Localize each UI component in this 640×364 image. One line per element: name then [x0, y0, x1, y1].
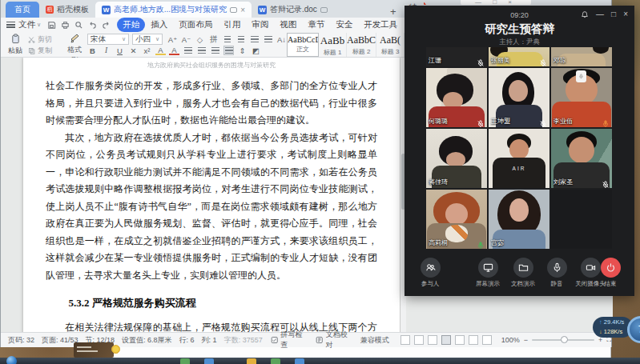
- align-left-icon[interactable]: [183, 46, 193, 55]
- menu-home[interactable]: 开始: [117, 18, 145, 32]
- taskbar-app-icon[interactable]: [180, 358, 190, 364]
- video-tile[interactable]: AIR: [489, 129, 549, 188]
- spell-check-button[interactable]: 拼写检查: [271, 330, 308, 350]
- font-color-icon[interactable]: A: [169, 46, 179, 55]
- clear-format-icon[interactable]: ◇: [195, 34, 205, 44]
- menu-dev-tools[interactable]: 开发工具: [358, 18, 403, 32]
- tab-docer-templates[interactable]: 稻 稻壳模板: [39, 2, 95, 18]
- section-heading[interactable]: 5.3.2 严格规范服务购买流程: [69, 294, 377, 312]
- pinyin-guide-icon[interactable]: 拼: [208, 34, 219, 44]
- video-tile[interactable]: 李业佰: [551, 68, 612, 127]
- decrease-indent-icon[interactable]: [249, 34, 260, 44]
- comment-bubble-icon[interactable]: [230, 7, 237, 13]
- copy-button[interactable]: 复制: [28, 45, 52, 56]
- taskbar-app-icon[interactable]: [271, 358, 280, 364]
- eye-protect-icon[interactable]: [482, 335, 492, 345]
- close-button[interactable]: ×: [623, 10, 628, 18]
- file-menu[interactable]: 文件: [18, 19, 35, 30]
- zoom-level[interactable]: 100%: [501, 336, 520, 344]
- compat-mode-button[interactable]: 兼容模式: [360, 335, 389, 346]
- video-tile[interactable]: 张丽美: [489, 47, 549, 66]
- new-tab-button[interactable]: +: [390, 6, 396, 18]
- video-tile[interactable]: 邓琼: [551, 47, 612, 66]
- screen-share-button[interactable]: 屏幕演示: [470, 258, 505, 288]
- style-heading-3[interactable]: AaB( 标题 3: [376, 33, 405, 57]
- doc-share-button[interactable]: 文档演示: [505, 258, 541, 288]
- ink-view-icon[interactable]: [428, 335, 437, 345]
- video-tile[interactable]: 蒋佳琦: [426, 129, 487, 188]
- desktop-shortcut-icon[interactable]: [111, 345, 120, 354]
- maximize-button[interactable]: □: [611, 10, 616, 18]
- redo-icon[interactable]: [102, 21, 111, 30]
- paragraph[interactable]: 其次，地方政府在选拔优质人才时，都依据当今公务员选拔考试，可针对不同岗位，公务员…: [46, 130, 377, 285]
- video-tile[interactable]: 高莉桐: [426, 190, 487, 249]
- taskbar-app-icon[interactable]: [204, 358, 214, 364]
- cut-button[interactable]: 剪切: [28, 34, 52, 45]
- font-name-combo[interactable]: 宋体 ∨: [87, 34, 129, 45]
- increase-indent-icon[interactable]: [263, 34, 273, 44]
- menu-insert[interactable]: 插入: [145, 18, 173, 32]
- style-body-text[interactable]: AaBbCcD 正文: [287, 33, 319, 57]
- video-tile[interactable]: 宫宓: [489, 190, 549, 249]
- paste-button[interactable]: 粘贴▾: [5, 34, 26, 56]
- menu-page-layout[interactable]: 页面布局: [173, 18, 218, 32]
- minimize-button[interactable]: —: [596, 10, 604, 18]
- sort-icon[interactable]: A↓: [276, 34, 287, 44]
- mute-button[interactable]: 静音: [539, 258, 574, 288]
- end-meeting-button[interactable]: 结束: [593, 258, 628, 288]
- grow-font-button[interactable]: A⁺: [167, 34, 178, 44]
- hamburger-icon[interactable]: [6, 22, 15, 28]
- justify-icon[interactable]: [223, 46, 234, 55]
- italic-button[interactable]: I: [101, 46, 111, 55]
- menu-section[interactable]: 章节: [302, 18, 330, 32]
- outline-view-icon[interactable]: [455, 335, 465, 345]
- tab-home[interactable]: 首页: [6, 2, 39, 18]
- document-page[interactable]: 地方政府购买社会组织服务的困境与对策研究 社会工作服务类岗位的开发，形成多行业、…: [23, 58, 400, 332]
- menu-view[interactable]: 视图: [274, 18, 302, 32]
- proofread-button[interactable]: 文档校对: [316, 330, 353, 350]
- zoom-slider-knob[interactable]: [561, 336, 568, 343]
- align-right-icon[interactable]: [210, 46, 220, 55]
- video-tile[interactable]: 刘家圣: [551, 129, 612, 188]
- strikethrough-icon[interactable]: ✕: [128, 46, 139, 55]
- video-tile[interactable]: 江珊: [426, 47, 487, 66]
- bell-icon[interactable]: [581, 10, 589, 18]
- print-icon[interactable]: [61, 21, 70, 30]
- save-icon[interactable]: [47, 21, 56, 30]
- taskbar-app-icon[interactable]: [295, 358, 304, 364]
- participants-button[interactable]: 参与人: [413, 258, 448, 288]
- font-size-combo[interactable]: 小四 ∨: [132, 34, 163, 45]
- shading-icon[interactable]: ◩: [251, 46, 261, 55]
- underline-button[interactable]: U: [115, 46, 125, 55]
- zoom-slider[interactable]: [532, 339, 594, 341]
- menu-review[interactable]: 审阅: [246, 18, 274, 32]
- style-heading-1[interactable]: AaBb 标题 1: [319, 33, 347, 57]
- start-button[interactable]: [6, 356, 17, 364]
- video-tile[interactable]: 王坤盟: [489, 68, 549, 127]
- undo-icon[interactable]: [88, 21, 97, 30]
- paragraph[interactable]: 社会工作服务类岗位的开发，形成多行业、多领域、多部门的全方位专业人才格局，并且只…: [46, 78, 377, 130]
- taskbar-app-icon[interactable]: [247, 358, 256, 364]
- bullet-list-icon[interactable]: [222, 34, 232, 44]
- shrink-font-button[interactable]: A⁻: [181, 34, 191, 44]
- line-spacing-icon[interactable]: ⇕: [237, 46, 248, 55]
- tab-document-thesis[interactable]: W 高老师.地方政...困境与对策研究 ×: [95, 2, 252, 18]
- bold-button[interactable]: B: [87, 46, 98, 55]
- superscript-icon[interactable]: x²: [142, 46, 152, 55]
- style-heading-2[interactable]: AaBbC 标题 2: [347, 33, 376, 57]
- close-icon[interactable]: ×: [240, 6, 245, 14]
- page-view-icon[interactable]: [441, 335, 451, 345]
- video-tile[interactable]: 何璐璐: [426, 68, 487, 127]
- align-center-icon[interactable]: [196, 46, 207, 55]
- background-window-controls[interactable]: — □ ×: [461, 0, 531, 5]
- tab-document-defense-notes[interactable]: W 答辩记录.doc: [252, 2, 334, 18]
- fullscreen-view-icon[interactable]: [401, 335, 410, 345]
- print-preview-icon[interactable]: [74, 21, 83, 30]
- zoom-out-button[interactable]: −: [524, 336, 528, 344]
- web-view-icon[interactable]: [469, 335, 478, 345]
- menu-security[interactable]: 安全: [330, 18, 358, 32]
- numbered-list-icon[interactable]: [235, 34, 246, 44]
- highlight-color-icon[interactable]: A: [155, 46, 166, 55]
- format-painter-button[interactable]: 格式刷: [65, 34, 84, 56]
- two-page-view-icon[interactable]: [414, 335, 424, 345]
